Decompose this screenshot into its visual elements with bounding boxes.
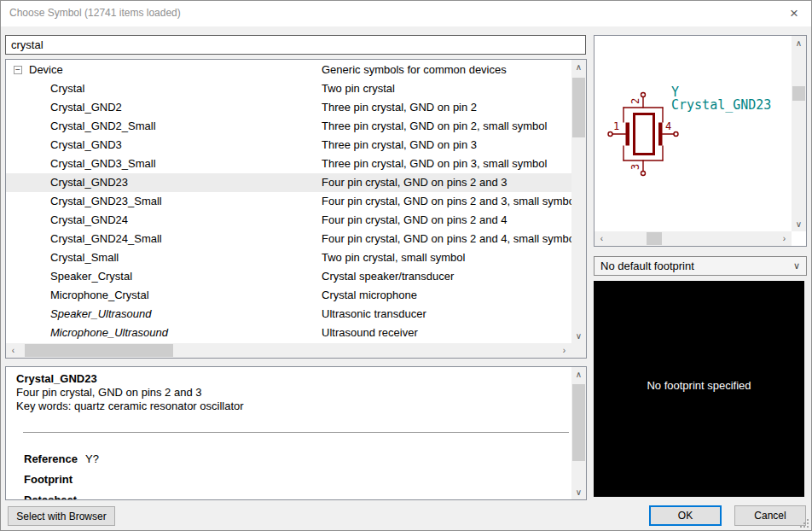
symbol-description: Four pin crystal, GND on pins 2 and 4, s… xyxy=(322,230,571,248)
symbol-name: Speaker_Ultrasound xyxy=(50,305,152,324)
tree-row-Speaker_Crystal[interactable]: Speaker_CrystalCrystal speaker/transduce… xyxy=(6,267,571,286)
scrollbar-thumb[interactable] xyxy=(647,232,662,245)
footprint-preview-message: No footprint specified xyxy=(594,379,804,392)
scroll-up-icon[interactable]: ∧ xyxy=(571,60,586,74)
symbol-description: Four pin crystal, GND on pins 2 and 4 xyxy=(322,211,508,230)
ok-button[interactable]: OK xyxy=(649,505,722,526)
expander-icon[interactable]: − xyxy=(14,66,22,74)
tree-row-Crystal_GND2_Small[interactable]: Crystal_GND2_SmallThree pin crystal, GND… xyxy=(6,117,571,136)
symbol-description: Two pin crystal xyxy=(322,79,395,98)
window-title: Choose Symbol (12741 items loaded) xyxy=(9,7,181,19)
chevron-down-icon: ∨ xyxy=(793,257,800,275)
tree-row-Crystal_Small[interactable]: Crystal_SmallTwo pin crystal, small symb… xyxy=(6,248,571,267)
pin-number-4: 4 xyxy=(665,120,671,132)
symbol-description: Three pin crystal, GND on pin 3, small s… xyxy=(322,155,547,173)
details-keywords: Key words: quartz ceramic resonator osci… xyxy=(16,400,244,412)
scrollbar-thumb[interactable] xyxy=(572,78,585,137)
crystal-plate-right xyxy=(658,123,663,146)
symbol-description: Crystal microphone xyxy=(322,286,417,305)
scroll-right-icon[interactable]: › xyxy=(557,343,571,358)
scrollbar-corner xyxy=(792,231,806,246)
field-label: Footprint xyxy=(24,470,85,490)
scrollbar-thumb[interactable] xyxy=(25,344,173,357)
scroll-down-icon[interactable]: ∨ xyxy=(792,217,806,231)
field-label: Datasheet xyxy=(24,490,85,500)
crystal-plate-left xyxy=(626,123,630,146)
select-with-browser-button[interactable]: Select with Browser xyxy=(8,506,115,526)
symbol-description: Three pin crystal, GND on pin 2 xyxy=(322,98,477,117)
tree-row-Microphone_Crystal[interactable]: Microphone_CrystalCrystal microphone xyxy=(6,286,571,305)
tree-row-Device[interactable]: −DeviceGeneric symbols for common device… xyxy=(6,61,571,79)
tree-row-Crystal_GND23[interactable]: Crystal_GND23Four pin crystal, GND on pi… xyxy=(6,173,571,192)
scrollbar-corner xyxy=(571,343,586,358)
tree-row-Crystal[interactable]: CrystalTwo pin crystal xyxy=(6,79,571,98)
field-value: Y? xyxy=(85,452,99,465)
symbol-description: Generic symbols for common devices xyxy=(322,61,507,79)
symbol-name: Microphone_Crystal xyxy=(50,286,149,305)
symbol-name: Device xyxy=(29,61,63,79)
symbol-name: Crystal xyxy=(50,79,84,98)
tree-row-Crystal_GND23_Small[interactable]: Crystal_GND23_SmallFour pin crystal, GND… xyxy=(6,192,571,211)
footprint-preview: No footprint specified xyxy=(594,281,804,497)
footprint-select[interactable]: No default footprint ∨ xyxy=(594,256,807,276)
tree-row-Crystal_GND24_Small[interactable]: Crystal_GND24_SmallFour pin crystal, GND… xyxy=(6,230,571,248)
symbol-name: Crystal_GND2_Small xyxy=(50,117,156,136)
symbol-name: Speaker_Crystal xyxy=(50,267,132,286)
preview-horizontal-scrollbar[interactable]: ‹ › xyxy=(594,231,792,246)
symbol-value-label: Crystal_GND23 xyxy=(671,97,771,113)
scrollbar-thumb[interactable] xyxy=(572,384,585,461)
symbol-name: Crystal_GND2 xyxy=(50,98,122,117)
symbol-name: Crystal_GND24_Small xyxy=(50,230,162,248)
symbol-preview: 1 4 2 3 Y Crystal_GND23 ∧ ∨ ‹ › xyxy=(594,35,807,247)
details-description: Four pin crystal, GND on pins 2 and 3 xyxy=(16,386,202,399)
tree-row-Speaker_Ultrasound[interactable]: Speaker_UltrasoundUltrasonic transducer xyxy=(6,305,571,324)
symbol-description: Two pin crystal, small symbol xyxy=(322,248,465,267)
symbol-description: Crystal speaker/transducer xyxy=(322,267,454,286)
tree-row-Crystal_GND3_Small[interactable]: Crystal_GND3_SmallThree pin crystal, GND… xyxy=(6,155,571,173)
symbol-description: Three pin crystal, GND on pin 3 xyxy=(322,136,477,155)
tree-row-Crystal_GND24[interactable]: Crystal_GND24Four pin crystal, GND on pi… xyxy=(6,211,571,230)
list-vertical-scrollbar[interactable]: ∧ ∨ xyxy=(571,60,586,343)
symbol-details: Crystal_GND23 Four pin crystal, GND on p… xyxy=(5,366,587,500)
divider xyxy=(23,432,569,433)
scroll-up-icon[interactable]: ∧ xyxy=(792,36,806,50)
scroll-up-icon[interactable]: ∧ xyxy=(571,367,586,382)
details-field-footprint: Footprint xyxy=(24,470,85,490)
details-field-datasheet: Datasheet xyxy=(24,490,85,500)
symbol-description: Ultrasonic transducer xyxy=(322,305,426,324)
scroll-down-icon[interactable]: ∨ xyxy=(571,329,586,343)
tree-row-Crystal_GND3[interactable]: Crystal_GND3Three pin crystal, GND on pi… xyxy=(6,136,571,155)
preview-vertical-scrollbar[interactable]: ∧ ∨ xyxy=(792,36,806,231)
symbol-description: Four pin crystal, GND on pins 2 and 3 xyxy=(322,173,508,192)
pin-number-2: 2 xyxy=(629,98,641,104)
symbol-name: Crystal_GND23_Small xyxy=(50,192,162,211)
pin-number-1: 1 xyxy=(613,120,619,132)
cancel-button[interactable]: Cancel xyxy=(734,505,806,526)
details-title: Crystal_GND23 xyxy=(16,372,97,385)
symbol-name: Crystal_GND3 xyxy=(50,136,122,155)
symbol-description: Three pin crystal, GND on pin 2, small s… xyxy=(322,117,547,136)
symbol-description: Four pin crystal, GND on pins 2 and 3, s… xyxy=(322,192,571,211)
scroll-left-icon[interactable]: ‹ xyxy=(594,231,609,246)
close-icon[interactable]: × xyxy=(784,3,804,24)
titlebar: Choose Symbol (12741 items loaded) × xyxy=(1,1,811,26)
resize-grip-icon[interactable] xyxy=(799,518,809,528)
pin-number-3: 3 xyxy=(629,164,641,170)
symbol-list: −DeviceGeneric symbols for common device… xyxy=(5,59,587,359)
scroll-left-icon[interactable]: ‹ xyxy=(6,343,20,358)
symbol-name: Crystal_GND23 xyxy=(50,173,128,192)
choose-symbol-dialog: Choose Symbol (12741 items loaded) × −De… xyxy=(0,0,812,531)
search-input[interactable] xyxy=(5,35,586,55)
scroll-right-icon[interactable]: › xyxy=(777,231,792,246)
footprint-select-value: No default footprint xyxy=(600,260,694,272)
list-horizontal-scrollbar[interactable]: ‹ › xyxy=(6,343,571,358)
symbol-name: Crystal_Small xyxy=(50,248,119,267)
scroll-down-icon[interactable]: ∨ xyxy=(571,485,586,499)
tree-row-Crystal_GND2[interactable]: Crystal_GND2Three pin crystal, GND on pi… xyxy=(6,98,571,117)
field-label: Reference xyxy=(24,449,85,470)
symbol-name: Crystal_GND3_Small xyxy=(50,155,156,173)
details-vertical-scrollbar[interactable]: ∧ ∨ xyxy=(571,367,586,499)
scrollbar-thumb[interactable] xyxy=(792,86,805,101)
symbol-tree: −DeviceGeneric symbols for common device… xyxy=(6,60,571,344)
crystal-symbol-drawing: 1 4 2 3 Y Crystal_GND23 xyxy=(594,36,792,231)
